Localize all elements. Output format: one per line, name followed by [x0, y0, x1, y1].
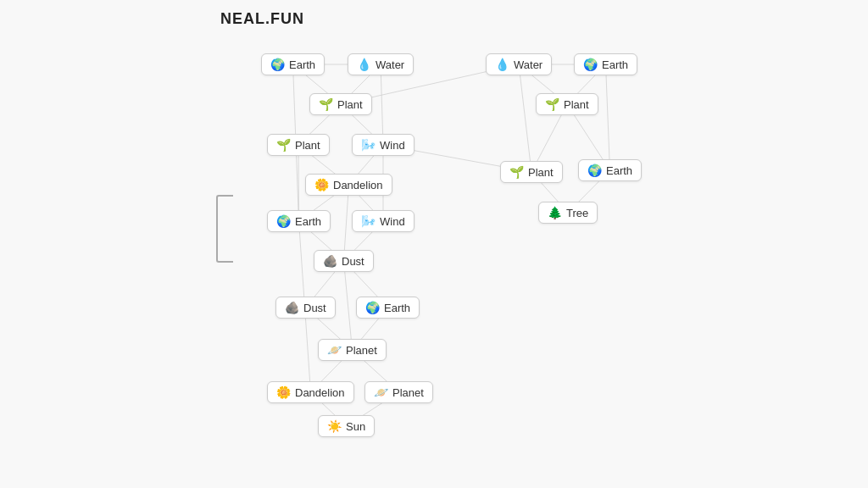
- svg-line-31: [519, 64, 531, 172]
- node-icon-plant2: 🌱: [276, 138, 291, 152]
- node-icon-wind1: 🌬️: [361, 138, 376, 152]
- node-dust2[interactable]: 🪨Dust: [275, 297, 336, 319]
- node-dandelion2[interactable]: 🌼Dandelion: [267, 381, 354, 403]
- node-label-plant2: Plant: [295, 139, 320, 152]
- node-label-plant1: Plant: [337, 98, 363, 111]
- node-icon-earth2: 🌍: [276, 214, 291, 228]
- node-plant1[interactable]: 🌱Plant: [309, 93, 372, 115]
- node-sun[interactable]: ☀️Sun: [318, 415, 375, 437]
- node-label-dandelion2: Dandelion: [295, 386, 345, 399]
- node-icon-sun: ☀️: [327, 419, 342, 433]
- node-tree[interactable]: 🌲Tree: [538, 202, 598, 224]
- node-earth3[interactable]: 🌍Earth: [356, 297, 420, 319]
- node-icon-dandelion2: 🌼: [276, 385, 291, 399]
- node-label-planet2: Planet: [392, 386, 424, 399]
- node-icon-earth4: 🌍: [583, 58, 598, 71]
- node-icon-water2: 💧: [495, 58, 509, 71]
- node-earth1[interactable]: 🌍Earth: [261, 53, 325, 75]
- node-label-wind1: Wind: [380, 139, 405, 152]
- node-label-earth5: Earth: [606, 164, 632, 177]
- node-label-plant3: Plant: [564, 98, 589, 111]
- node-icon-earth5: 🌍: [587, 164, 602, 177]
- node-wind2[interactable]: 🌬️Wind: [352, 210, 415, 232]
- svg-line-35: [344, 261, 353, 350]
- node-planet1[interactable]: 🪐Planet: [318, 339, 387, 361]
- node-label-tree: Tree: [566, 207, 588, 219]
- node-icon-plant1: 🌱: [319, 97, 333, 111]
- node-icon-earth3: 🌍: [365, 301, 380, 314]
- node-label-wind2: Wind: [380, 215, 405, 228]
- node-dandelion1[interactable]: 🌼Dandelion: [305, 174, 392, 196]
- node-water1[interactable]: 💧Water: [348, 53, 414, 75]
- node-icon-tree: 🌲: [548, 206, 562, 219]
- node-water2[interactable]: 💧Water: [486, 53, 552, 75]
- node-label-plant4: Plant: [528, 166, 554, 179]
- node-label-water1: Water: [376, 58, 404, 71]
- svg-line-32: [606, 64, 610, 170]
- node-label-dust2: Dust: [303, 302, 326, 314]
- node-icon-wind2: 🌬️: [361, 214, 376, 228]
- node-icon-dandelion1: 🌼: [314, 178, 329, 191]
- node-label-earth3: Earth: [384, 302, 410, 314]
- node-label-planet1: Planet: [346, 344, 377, 357]
- node-plant2[interactable]: 🌱Plant: [267, 134, 330, 156]
- node-icon-planet1: 🪐: [327, 343, 342, 357]
- node-label-earth1: Earth: [289, 58, 315, 71]
- node-earth2[interactable]: 🌍Earth: [267, 210, 331, 232]
- node-icon-earth1: 🌍: [270, 58, 285, 71]
- node-icon-plant3: 🌱: [545, 97, 559, 111]
- node-icon-plant4: 🌱: [509, 165, 524, 179]
- node-icon-water1: 💧: [357, 58, 371, 71]
- node-label-earth4: Earth: [602, 58, 628, 71]
- node-wind1[interactable]: 🌬️Wind: [352, 134, 415, 156]
- node-dust1[interactable]: 🪨Dust: [314, 250, 374, 272]
- node-icon-dust1: 🪨: [323, 254, 337, 268]
- node-earth4[interactable]: 🌍Earth: [574, 53, 637, 75]
- node-label-water2: Water: [514, 58, 542, 71]
- connections-svg: [0, 0, 868, 488]
- node-plant3[interactable]: 🌱Plant: [536, 93, 598, 115]
- node-plant4[interactable]: 🌱Plant: [500, 161, 563, 183]
- node-label-dandelion1: Dandelion: [333, 179, 383, 191]
- bracket: [216, 195, 233, 263]
- node-label-earth2: Earth: [295, 215, 321, 228]
- node-planet2[interactable]: 🪐Planet: [364, 381, 433, 403]
- node-earth5[interactable]: 🌍Earth: [578, 159, 642, 181]
- node-icon-planet2: 🪐: [374, 385, 388, 399]
- node-label-dust1: Dust: [342, 255, 364, 268]
- node-icon-dust2: 🪨: [285, 301, 299, 314]
- node-label-sun: Sun: [346, 420, 365, 433]
- svg-line-27: [381, 64, 383, 145]
